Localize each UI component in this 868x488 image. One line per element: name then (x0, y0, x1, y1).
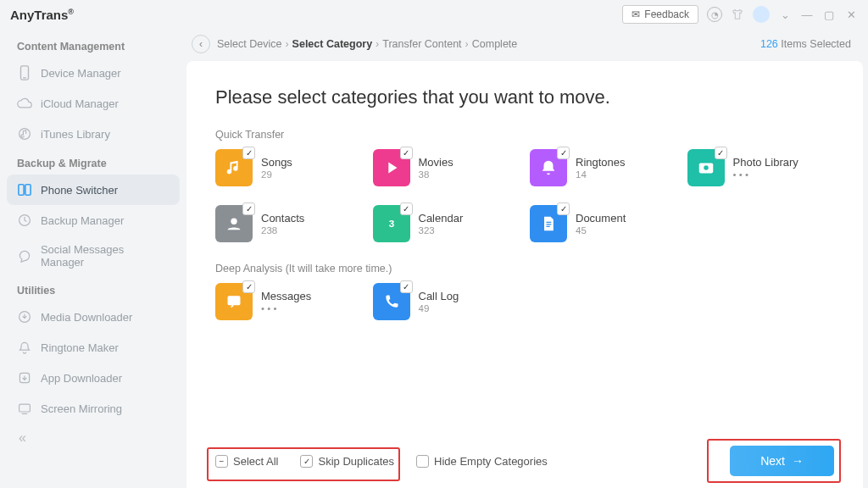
sidebar-item-icloud-manager[interactable]: iCloud Manager (7, 88, 180, 119)
category-name: Messages (261, 290, 311, 302)
sidebar-item-itunes-library[interactable]: iTunes Library (7, 119, 180, 149)
category-count: 38 (419, 169, 453, 180)
close-icon[interactable]: ✕ (844, 8, 858, 21)
chevron-down-icon[interactable]: ⌄ (778, 8, 792, 21)
checkbox-checked-icon[interactable]: ✓ (242, 147, 255, 159)
svg-point-10 (704, 165, 709, 170)
checkbox-checked-icon[interactable]: ✓ (715, 147, 727, 159)
svg-point-2 (19, 129, 31, 140)
checkbox-indeterminate-icon: − (215, 455, 228, 468)
app-name-text: AnyTrans (10, 8, 68, 22)
sidebar-item-phone-switcher[interactable]: Phone Switcher (7, 175, 180, 205)
count-number: 126 (760, 38, 778, 50)
call-log-icon: ✓ (373, 283, 410, 320)
minimize-icon[interactable]: — (800, 8, 814, 21)
breadcrumb-step-2[interactable]: Select Category (292, 38, 372, 50)
bell-icon (17, 340, 32, 355)
category-count: • • • (261, 303, 311, 313)
sidebar-item-social-messages[interactable]: Social Messages Manager (7, 236, 180, 276)
category-text: Calendar323 (419, 212, 464, 236)
sidebar-item-app-downloader[interactable]: App Downloader (7, 363, 180, 393)
breadcrumb-step-3[interactable]: Transfer Content (382, 38, 461, 50)
page-heading: Please select categories that you want t… (215, 86, 834, 108)
checkbox-checked-icon[interactable]: ✓ (400, 147, 413, 159)
category-call-log[interactable]: ✓Call Log49 (373, 283, 520, 320)
back-button[interactable]: ‹ (192, 35, 210, 53)
checkbox-checked-icon[interactable]: ✓ (242, 202, 255, 215)
sidebar-item-label: iTunes Library (41, 128, 110, 141)
maximize-icon[interactable]: ▢ (822, 8, 836, 21)
hide-empty-checkbox[interactable]: Hide Empty Categories (416, 455, 548, 468)
sidebar-section-backup-migrate: Backup & Migrate (7, 149, 180, 175)
deep-analysis-grid: ✓Messages• • •✓Call Log49 (215, 283, 834, 320)
notification-bell-icon[interactable]: ◔ (707, 7, 722, 22)
count-label: Items Selected (781, 38, 851, 50)
sidebar-collapse-toggle[interactable]: « (7, 424, 180, 452)
sidebar-item-screen-mirroring[interactable]: Screen Mirroring (7, 393, 180, 424)
category-contacts[interactable]: ✓Contacts238 (215, 205, 363, 242)
category-movies[interactable]: ✓Movies38 (373, 149, 520, 186)
cloud-icon (17, 96, 32, 111)
select-all-label: Select All (233, 455, 278, 468)
phone-icon (17, 65, 32, 80)
app-icon (17, 370, 32, 385)
category-messages[interactable]: ✓Messages• • • (215, 283, 363, 320)
category-text: Call Log49 (419, 290, 459, 313)
download-icon (17, 309, 32, 324)
sidebar: Content Management Device Manager iCloud… (0, 29, 186, 488)
category-text: Contacts238 (261, 212, 304, 236)
svg-rect-16 (228, 296, 241, 305)
feedback-label: Feedback (644, 8, 689, 20)
category-document[interactable]: ✓Document45 (530, 205, 677, 242)
sidebar-section-content-management: Content Management (7, 32, 180, 58)
category-photo-library[interactable]: ✓Photo Library• • • (687, 149, 835, 186)
breadcrumb-step-1[interactable]: Select Device (217, 38, 281, 50)
category-text: Ringtones14 (576, 156, 626, 180)
category-count: 29 (261, 169, 292, 180)
chevron-right-icon: › (376, 38, 379, 50)
category-count: 45 (576, 225, 626, 236)
user-avatar[interactable] (753, 6, 770, 23)
tshirt-icon[interactable] (731, 8, 744, 21)
category-name: Document (576, 212, 626, 225)
sidebar-item-label: Ringtone Maker (41, 341, 119, 354)
next-label: Next (760, 454, 785, 468)
breadcrumb: ‹ Select Device › Select Category › Tran… (186, 29, 863, 59)
sidebar-item-media-downloader[interactable]: Media Downloader (7, 302, 180, 332)
sidebar-item-ringtone-maker[interactable]: Ringtone Maker (7, 332, 180, 363)
document-icon: ✓ (530, 205, 567, 242)
category-name: Ringtones (576, 156, 626, 169)
checkbox-checked-icon[interactable]: ✓ (400, 280, 413, 293)
category-ringtones[interactable]: ✓Ringtones14 (530, 149, 677, 186)
category-calendar[interactable]: 3✓Calendar323 (373, 205, 520, 242)
breadcrumb-step-4[interactable]: Complete (472, 38, 518, 50)
checkbox-checked-icon[interactable]: ✓ (557, 147, 570, 159)
category-name: Call Log (419, 290, 459, 302)
next-button[interactable]: Next → (730, 446, 834, 476)
sidebar-item-backup-manager[interactable]: Backup Manager (7, 205, 180, 236)
sidebar-item-device-manager[interactable]: Device Manager (7, 58, 180, 88)
checkbox-checked-icon[interactable]: ✓ (400, 202, 413, 215)
category-count: 323 (419, 225, 464, 236)
svg-text:3: 3 (388, 218, 394, 229)
svg-point-11 (231, 219, 236, 225)
checkbox-checked-icon[interactable]: ✓ (557, 202, 570, 215)
chevron-right-icon: › (285, 38, 288, 50)
switch-icon (17, 182, 32, 197)
section-quick-transfer: Quick Transfer (215, 129, 834, 141)
quick-transfer-grid: ✓Songs29✓Movies38✓Ringtones14✓Photo Libr… (215, 149, 834, 242)
chat-icon (17, 248, 32, 263)
photo-library-icon: ✓ (687, 149, 725, 186)
select-all-checkbox[interactable]: − Select All (215, 455, 278, 468)
checkbox-checked-icon[interactable]: ✓ (242, 280, 255, 293)
category-name: Photo Library (733, 156, 798, 169)
feedback-button[interactable]: ✉ Feedback (622, 5, 698, 24)
contacts-icon: ✓ (215, 205, 253, 242)
skip-duplicates-checkbox[interactable]: ✓ Skip Duplicates (300, 455, 394, 468)
section-deep-analysis: Deep Analysis (It will take more time.) (215, 263, 834, 274)
category-songs[interactable]: ✓Songs29 (215, 149, 363, 186)
checkbox-checked-icon: ✓ (300, 455, 313, 468)
songs-icon: ✓ (215, 149, 253, 186)
sidebar-item-label: Media Downloader (41, 311, 132, 324)
mail-icon: ✉ (632, 8, 640, 20)
